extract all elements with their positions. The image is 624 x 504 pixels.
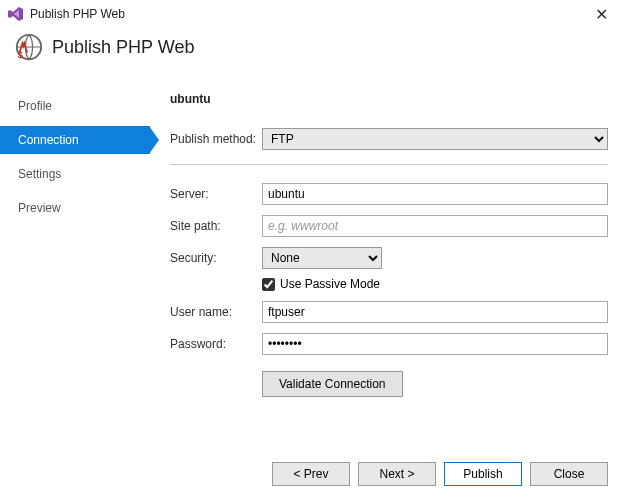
security-select[interactable]: None — [262, 247, 382, 269]
php-globe-icon: $ — [14, 32, 44, 62]
sitepath-input[interactable] — [262, 215, 608, 237]
visual-studio-icon — [8, 6, 24, 22]
server-input[interactable] — [262, 183, 608, 205]
footer-buttons: < Prev Next > Publish Close — [272, 462, 608, 486]
svg-text:$: $ — [18, 50, 24, 60]
prev-button[interactable]: < Prev — [272, 462, 350, 486]
username-label: User name: — [170, 305, 262, 319]
sidebar-item-preview[interactable]: Preview — [0, 194, 150, 222]
close-icon[interactable]: ✕ — [587, 5, 616, 24]
titlebar: Publish PHP Web ✕ — [0, 0, 624, 28]
security-label: Security: — [170, 251, 262, 265]
dialog-title: Publish PHP Web — [52, 37, 194, 58]
profile-name-heading: ubuntu — [170, 92, 612, 106]
wizard-sidebar: Profile Connection Settings Preview — [0, 72, 150, 397]
main-panel: ubuntu Publish method: FTP Server: Site … — [150, 72, 624, 397]
sitepath-label: Site path: — [170, 219, 262, 233]
divider — [170, 164, 608, 165]
passive-mode-label: Use Passive Mode — [280, 277, 380, 291]
dialog-header: $ Publish PHP Web — [0, 28, 624, 72]
publish-button[interactable]: Publish — [444, 462, 522, 486]
publish-method-select[interactable]: FTP — [262, 128, 608, 150]
window-title: Publish PHP Web — [30, 7, 125, 21]
validate-connection-button[interactable]: Validate Connection — [262, 371, 403, 397]
server-label: Server: — [170, 187, 262, 201]
passive-mode-checkbox[interactable] — [262, 278, 275, 291]
sidebar-item-connection[interactable]: Connection — [0, 126, 150, 154]
sidebar-item-profile[interactable]: Profile — [0, 92, 150, 120]
sidebar-item-settings[interactable]: Settings — [0, 160, 150, 188]
username-input[interactable] — [262, 301, 608, 323]
next-button[interactable]: Next > — [358, 462, 436, 486]
close-button[interactable]: Close — [530, 462, 608, 486]
password-label: Password: — [170, 337, 262, 351]
password-input[interactable] — [262, 333, 608, 355]
publish-method-label: Publish method: — [170, 132, 262, 146]
